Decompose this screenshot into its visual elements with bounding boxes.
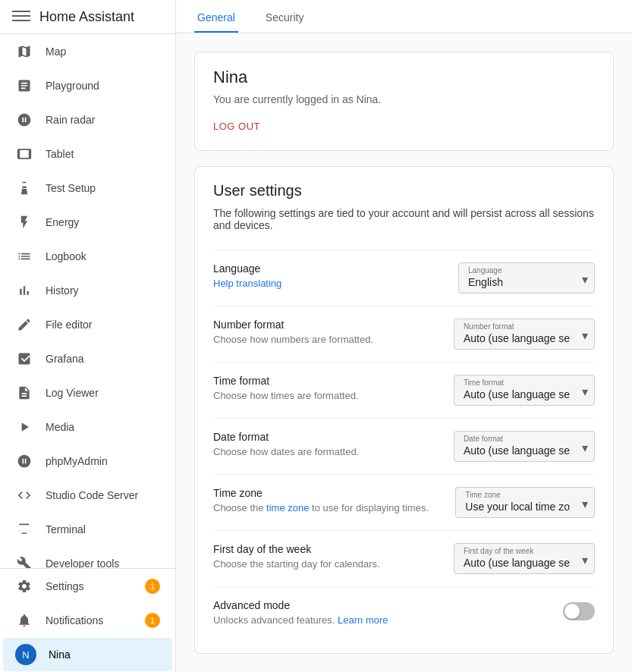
phpmyadmin-icon [15,452,33,470]
language-select[interactable]: Language English ▾ [458,262,595,294]
svg-rect-1 [12,15,30,17]
sidebar-item-settings-label: Settings [46,580,84,592]
time-zone-select[interactable]: Time zone Use your local time zo ▾ [455,487,595,518]
sidebar-item-log-viewer[interactable]: Log Viewer [3,376,172,410]
setting-sub-time-zone: Choose the time zone to use for displayi… [213,502,443,513]
sidebar-item-phpmyadmin-label: phpMyAdmin [46,455,108,467]
sidebar-item-test-setup[interactable]: Test Setup [3,171,172,205]
setting-row-time-zone: Time zone Choose the time zone to use fo… [213,474,595,530]
profile-card: Nina You are currently logged in as Nina… [194,52,614,151]
tabs-bar: General Security [176,0,632,33]
map-icon [15,42,33,61]
setting-info-time-zone: Time zone Choose the time zone to use fo… [213,487,443,513]
notifications-icon [15,611,33,630]
sidebar-item-media[interactable]: Media [3,410,172,444]
sidebar-item-grafana[interactable]: Grafana [3,342,172,375]
playground-icon [15,77,33,95]
sidebar-item-studio-code-server[interactable]: Studio Code Server [3,479,172,512]
developer-tools-icon [15,554,33,568]
setting-label-time-zone: Time zone [213,487,443,499]
sidebar-item-playground-label: Playground [46,80,99,92]
first-day-of-week-select-value: Auto (use language se [454,555,594,573]
sidebar-item-history[interactable]: History [3,274,172,307]
sidebar-item-playground[interactable]: Playground [3,69,172,102]
sidebar-item-media-label: Media [46,421,74,433]
sidebar-item-notifications-label: Notifications [46,614,103,626]
sidebar-item-developer-tools[interactable]: Developer tools [3,547,172,568]
sidebar-item-file-editor[interactable]: File editor [3,308,172,341]
setting-label-number-format: Number format [213,319,442,331]
setting-control-first-day-of-week[interactable]: First day of the week Auto (use language… [454,543,595,574]
test-setup-icon [15,179,33,197]
setting-sub-number-format: Choose how numbers are formatted. [213,334,442,345]
setting-control-time-zone[interactable]: Time zone Use your local time zo ▾ [455,487,595,518]
sidebar-item-terminal[interactable]: Terminal [3,513,172,546]
setting-row-advanced-mode: Advanced mode Unlocks advanced features.… [213,586,595,638]
setting-info-advanced-mode: Advanced mode Unlocks advanced features.… [213,599,446,626]
setting-info-time-format: Time format Choose how times are formatt… [213,375,442,401]
profile-message: You are currently logged in as Nina. [213,93,595,105]
sidebar-item-map-label: Map [46,46,66,58]
main-content: General Security Nina You are currently … [176,0,632,672]
sidebar: Home Assistant Map Playground Rain radar [0,0,176,672]
content-area: Nina You are currently logged in as Nina… [176,33,632,672]
chevron-down-icon: ▾ [582,497,588,511]
sidebar-item-logbook-label: Logbook [46,250,86,262]
sidebar-item-rain-radar-label: Rain radar [46,114,95,126]
setting-control-date-format[interactable]: Date format Auto (use language se ▾ [454,431,595,462]
setting-info-first-day-of-week: First day of the week Choose the startin… [213,543,442,570]
time-format-select-label: Time format [454,375,594,387]
setting-label-language: Language [213,262,446,275]
number-format-select-label: Number format [454,319,594,331]
log-viewer-icon [15,384,33,402]
rain-radar-icon [15,111,33,129]
history-icon [15,281,33,300]
sidebar-item-phpmyadmin[interactable]: phpMyAdmin [3,444,172,478]
chevron-down-icon: ▾ [582,272,588,287]
chevron-down-icon: ▾ [582,553,588,567]
logout-button[interactable]: LOG OUT [213,118,260,135]
setting-sub-time-format: Choose how times are formatted. [213,390,442,401]
learn-more-link[interactable]: Learn more [338,614,388,626]
sidebar-item-map[interactable]: Map [3,35,172,68]
setting-info-number-format: Number format Choose how numbers are for… [213,319,442,345]
setting-sub-date-format: Choose how dates are formatted. [213,446,442,457]
svg-rect-0 [12,11,30,12]
first-day-of-week-select[interactable]: First day of the week Auto (use language… [454,543,595,574]
studio-code-server-icon [15,486,33,504]
setting-control-time-format[interactable]: Time format Auto (use language se ▾ [454,375,595,406]
advanced-mode-toggle[interactable] [563,602,595,620]
sidebar-item-user[interactable]: N Nina [3,638,172,671]
logbook-icon [15,247,33,265]
help-translating-link[interactable]: Help translating [213,278,281,289]
tab-general[interactable]: General [194,11,238,33]
sidebar-item-file-editor-label: File editor [46,319,92,331]
sidebar-item-user-label: Nina [49,648,71,661]
sidebar-item-energy[interactable]: Energy [3,206,172,239]
setting-label-date-format: Date format [213,431,442,443]
time-format-select[interactable]: Time format Auto (use language se ▾ [454,375,595,406]
number-format-select[interactable]: Number format Auto (use language se ▾ [454,319,595,350]
media-icon [15,418,33,436]
language-select-value: English [459,275,594,293]
setting-row-first-day-of-week: First day of the week Choose the startin… [213,530,595,586]
file-editor-icon [15,316,33,334]
sidebar-item-rain-radar[interactable]: Rain radar [3,103,172,137]
advanced-mode-toggle-wrapper [458,599,595,620]
sidebar-item-tablet[interactable]: Tablet [3,137,172,171]
sidebar-item-notifications[interactable]: Notifications 1 [3,604,172,637]
setting-control-number-format[interactable]: Number format Auto (use language se ▾ [454,319,595,350]
sidebar-item-developer-tools-label: Developer tools [46,557,119,568]
settings-title: User settings [213,182,595,199]
settings-badge: 1 [145,579,160,594]
setting-control-language[interactable]: Language English ▾ [458,262,595,294]
user-settings-card: User settings The following settings are… [194,166,614,654]
sidebar-item-settings[interactable]: Settings 1 [3,570,172,603]
date-format-select-label: Date format [454,432,594,443]
sidebar-item-logbook[interactable]: Logbook [3,240,172,273]
sidebar-header: Home Assistant [0,0,175,34]
hamburger-icon[interactable] [12,7,30,27]
date-format-select[interactable]: Date format Auto (use language se ▾ [454,431,595,462]
sidebar-item-log-viewer-label: Log Viewer [46,387,99,399]
tab-security[interactable]: Security [263,11,307,33]
